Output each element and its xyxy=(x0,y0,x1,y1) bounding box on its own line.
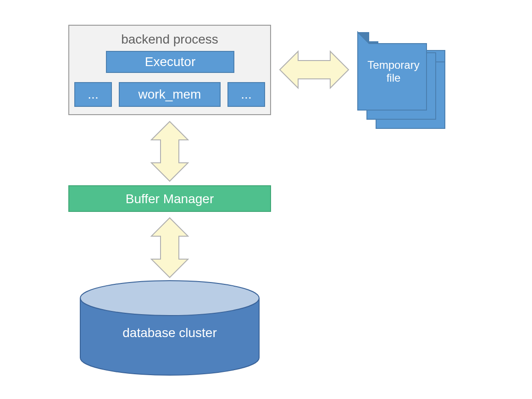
block-right-label: ... xyxy=(241,87,251,101)
temp-file-stack: Temporary file xyxy=(358,32,445,128)
block-left-label: ... xyxy=(88,87,98,101)
svg-marker-4 xyxy=(151,218,188,277)
temp-file-label-line1: Temporary xyxy=(367,59,419,71)
buffer-manager-box: Buffer Manager xyxy=(69,186,271,211)
block-mid-label: work_mem xyxy=(138,87,201,101)
architecture-diagram: backend process Executor ... work_mem ..… xyxy=(0,0,532,399)
temp-file-label-line2: file xyxy=(387,72,401,84)
svg-marker-2 xyxy=(151,122,188,181)
arrow-vertical-top xyxy=(151,122,188,181)
database-cluster-label: database cluster xyxy=(122,326,216,340)
buffer-manager-label: Buffer Manager xyxy=(126,192,214,206)
temp-file-page-1: Temporary file xyxy=(358,32,427,110)
database-cluster-cylinder: database cluster xyxy=(80,281,259,375)
arrow-vertical-bottom xyxy=(151,218,188,277)
backend-process-panel: backend process Executor ... work_mem ..… xyxy=(69,25,271,115)
backend-process-title: backend process xyxy=(121,32,218,46)
executor-label: Executor xyxy=(145,55,196,69)
svg-marker-1 xyxy=(280,51,349,88)
arrow-horizontal xyxy=(280,51,349,88)
svg-point-5 xyxy=(80,281,259,316)
